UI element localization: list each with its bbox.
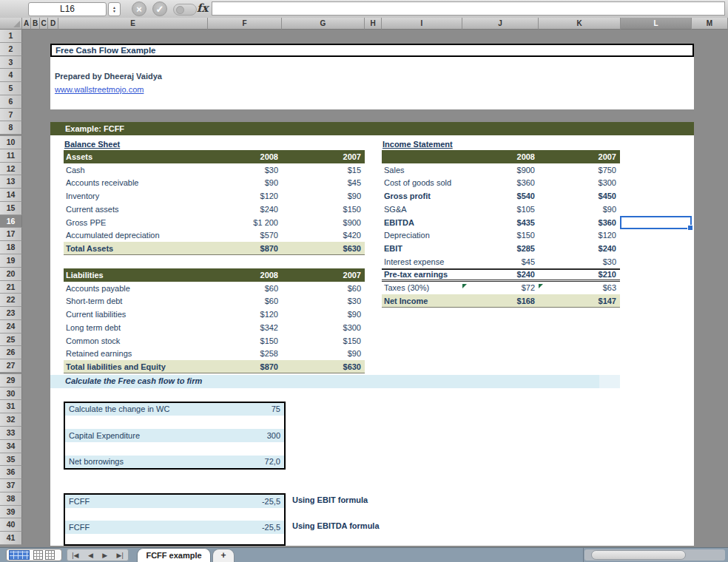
name-box[interactable]: L16 [28,2,107,16]
title-cell[interactable]: Free Cash Flow Example [50,44,694,57]
cell-label[interactable]: EBIT [382,244,462,253]
first-sheet-icon[interactable]: |◀ [72,552,78,559]
page-break-view-icon[interactable] [45,550,55,560]
cell-2008[interactable]: $870 [208,362,282,371]
cell-2007[interactable]: $45 [282,178,365,187]
cell-2008[interactable]: 2008 [462,152,539,161]
column-header-M[interactable]: M [692,18,728,30]
row-header-4[interactable]: 4 [0,69,22,82]
row-header-27[interactable]: 27 [0,359,22,373]
row-header-29[interactable]: 29 [0,374,22,387]
formula-note[interactable]: Using EBIT formula [292,495,368,504]
stepper-down-icon[interactable]: ▼ [112,10,116,13]
cell-label[interactable]: Sales [382,166,462,175]
cell-label[interactable]: Accumulated depreciation [64,231,208,240]
row-header-6[interactable]: 6 [0,95,22,109]
row-header-39[interactable]: 39 [0,506,22,519]
cell-2007[interactable]: $300 [282,323,365,332]
page-layout-view-icon[interactable] [33,550,43,560]
cell-2007[interactable]: $63 [539,283,620,292]
row-header-18[interactable]: 18 [0,241,22,254]
fill-handle[interactable] [687,225,693,231]
calc-label[interactable]: Capital Expenditure [69,431,140,440]
sheet-tab-fcff-example[interactable]: FCFF example [137,548,211,562]
column-header-B[interactable]: B [31,18,40,30]
cell-label[interactable]: Short-term debt [64,297,208,305]
cell-2008[interactable]: $435 [462,218,539,227]
cell-2007[interactable]: $210 [539,270,620,279]
cell-label[interactable]: EBITDA [382,218,462,227]
cell-2008[interactable]: $30 [208,166,282,175]
cell-2008[interactable]: $150 [462,231,539,240]
row-header-22[interactable]: 22 [0,294,22,307]
column-header-G[interactable]: G [282,18,365,30]
cell-2007[interactable]: $150 [282,205,365,214]
column-header-H[interactable]: H [365,18,382,30]
row-header-5[interactable]: 5 [0,82,22,95]
calc-label[interactable]: FCFF [69,523,90,532]
cell-2008[interactable]: $90 [208,178,282,187]
calc-label[interactable]: Net borrowings [69,457,124,466]
row-header-35[interactable]: 35 [0,453,22,467]
cell-label[interactable]: Cash [64,166,208,175]
cell-2008[interactable]: $168 [462,297,539,305]
cell-2007[interactable]: $900 [282,218,365,227]
calc-value[interactable]: -25,5 [262,523,280,532]
cell-label[interactable]: Gross PPE [64,218,208,227]
cell-2008[interactable]: $900 [462,166,539,175]
cell-2008[interactable]: $870 [208,244,282,253]
row-header-3[interactable]: 3 [0,56,22,70]
row-header-12[interactable]: 12 [0,163,22,176]
cell-2008[interactable]: $45 [462,257,539,266]
cancel-entry-button[interactable]: × [132,1,146,16]
cell-label[interactable]: Depreciation [382,231,462,240]
cell-2008[interactable]: $120 [208,310,282,319]
cell-label[interactable]: Cost of goods sold [382,178,462,187]
cell-label[interactable]: Interest expense [382,257,462,266]
cell-2007[interactable]: 2007 [282,271,365,280]
cell-label[interactable]: Total Assets [64,244,208,253]
cell-2007[interactable]: $60 [282,284,365,293]
row-header-21[interactable]: 21 [0,281,22,294]
cell-2008[interactable]: $60 [208,297,282,305]
cell-2007[interactable]: $147 [539,297,620,305]
row-header-32[interactable]: 32 [0,413,22,427]
column-header-E[interactable]: E [58,18,208,30]
row-header-1[interactable]: 1 [0,30,22,43]
cell-2008[interactable]: $1 200 [208,218,282,227]
row-header-40[interactable]: 40 [0,518,22,532]
calc-value[interactable]: -25,5 [262,497,280,506]
column-header-J[interactable]: J [462,18,539,30]
cell-2007[interactable]: $120 [539,231,620,240]
row-header-20[interactable]: 20 [0,268,22,281]
column-header-C[interactable]: C [40,18,48,30]
column-header-A[interactable]: A [22,18,31,30]
cell-label[interactable]: SG&A [382,205,462,214]
cell-2007[interactable]: $630 [282,244,365,253]
formula-note[interactable]: Using EBITDA formula [292,521,380,530]
cell-label[interactable]: Current assets [64,205,208,214]
row-header-36[interactable]: 36 [0,466,22,479]
row-header-10[interactable]: 10 [0,136,22,149]
row-header-26[interactable]: 26 [0,346,22,359]
add-sheet-button[interactable]: + [212,549,235,562]
column-header-D[interactable]: D [48,18,58,30]
row-header-24[interactable]: 24 [0,320,22,334]
cell-2007[interactable]: $30 [539,257,620,266]
row-header-25[interactable]: 25 [0,334,22,347]
row-header-11[interactable]: 11 [0,149,22,163]
example-banner[interactable]: Example: FCFF [50,122,694,135]
cell-label[interactable]: Inventory [64,192,208,200]
cell-2007[interactable]: $15 [282,166,365,175]
cell-2007[interactable]: $630 [282,362,365,371]
income-statement-heading[interactable]: Income Statement [382,140,453,149]
cell-label[interactable]: Taxes (30%) [382,283,462,292]
cell-2008[interactable]: $72 [462,283,539,292]
cell-2008[interactable]: $240 [462,270,539,279]
row-header-41[interactable]: 41 [0,532,22,545]
cell-label[interactable]: Net Income [382,297,462,305]
column-header-L[interactable]: L [621,18,692,30]
row-header-16[interactable]: 16 [0,215,22,228]
accept-entry-button[interactable]: ✓ [152,1,167,16]
row-header-15[interactable]: 15 [0,202,22,215]
